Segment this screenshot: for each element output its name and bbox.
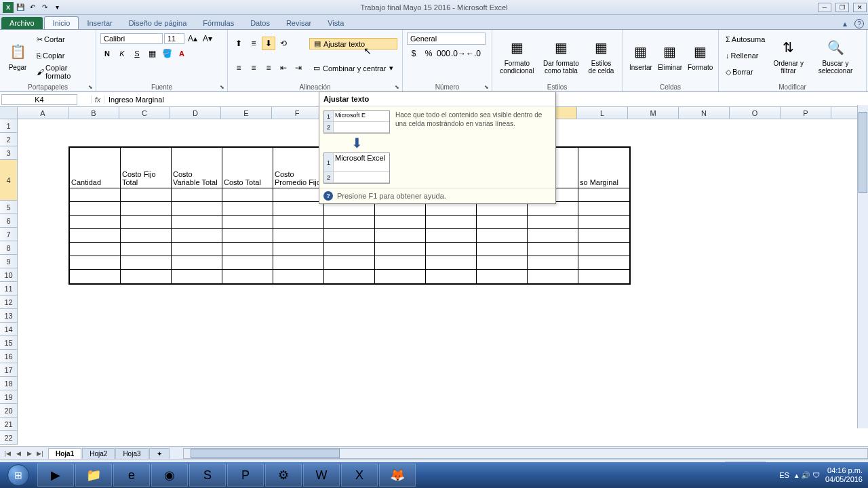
format-table-button[interactable]: ▦Dar formato como tabla: [538, 31, 585, 80]
table-cell[interactable]: [375, 243, 426, 256]
font-name-select[interactable]: [100, 33, 163, 44]
table-cell[interactable]: [375, 229, 426, 243]
col-header[interactable]: B: [68, 107, 119, 119]
comma-icon[interactable]: 000: [437, 47, 450, 60]
sheet-tab[interactable]: Hoja1: [48, 448, 81, 459]
fill-color-icon[interactable]: 🪣: [160, 47, 174, 60]
table-cell[interactable]: [172, 188, 222, 202]
tray-icons[interactable]: ▴ 🔊 🛡: [795, 471, 820, 480]
table-cell[interactable]: [477, 229, 528, 243]
row-header[interactable]: 2: [0, 133, 18, 146]
table-cell[interactable]: [528, 229, 578, 243]
table-cell[interactable]: [172, 229, 222, 243]
table-cell[interactable]: [578, 270, 629, 283]
help-icon[interactable]: ?: [854, 19, 864, 28]
align-center-icon[interactable]: ≡: [247, 61, 260, 75]
row-header[interactable]: 22: [0, 431, 18, 445]
taskbar-app[interactable]: ⚙: [265, 464, 302, 487]
table-cell[interactable]: [222, 256, 273, 270]
undo-icon[interactable]: ↶: [27, 2, 38, 13]
border-icon[interactable]: ▦: [145, 47, 159, 60]
clipboard-launcher-icon[interactable]: ⬊: [86, 83, 94, 91]
table-cell[interactable]: [477, 243, 528, 256]
select-all-corner[interactable]: [0, 107, 18, 119]
decrease-decimal-icon[interactable]: ←.0: [467, 47, 480, 60]
table-cell[interactable]: [426, 256, 477, 270]
col-header[interactable]: M: [628, 107, 679, 119]
bold-icon[interactable]: N: [100, 47, 114, 60]
table-cell[interactable]: [477, 202, 528, 216]
indent-increase-icon[interactable]: ⇥: [292, 61, 305, 75]
table-cell[interactable]: [222, 188, 273, 202]
row-header[interactable]: 4: [0, 160, 18, 201]
wrap-text-button[interactable]: ▤Ajustar texto: [309, 38, 397, 49]
table-cell[interactable]: [222, 270, 273, 283]
align-bottom-icon[interactable]: ⬇: [262, 37, 275, 50]
save-icon[interactable]: 💾: [15, 2, 26, 13]
paste-button[interactable]: 📋 Pegar: [4, 31, 31, 80]
table-cell[interactable]: [375, 216, 426, 229]
taskbar-firefox[interactable]: 🦊: [379, 464, 416, 487]
taskbar-skype[interactable]: S: [189, 464, 226, 487]
table-cell[interactable]: [375, 270, 426, 283]
row-header[interactable]: 14: [0, 323, 18, 336]
table-header-cell[interactable]: so Marginal: [578, 148, 629, 188]
tab-formulas[interactable]: Fórmulas: [195, 17, 242, 29]
table-cell[interactable]: [324, 243, 375, 256]
table-cell[interactable]: [70, 243, 121, 256]
table-cell[interactable]: [528, 256, 578, 270]
taskbar-chrome[interactable]: ◉: [151, 464, 188, 487]
table-cell[interactable]: [222, 229, 273, 243]
row-header[interactable]: 1: [0, 119, 18, 133]
table-cell[interactable]: [578, 216, 629, 229]
table-cell[interactable]: [70, 216, 121, 229]
indent-decrease-icon[interactable]: ⇤: [277, 61, 290, 75]
table-cell[interactable]: [172, 216, 222, 229]
sheet-tab[interactable]: Hoja2: [82, 448, 115, 459]
scrollbar-thumb[interactable]: [191, 449, 340, 458]
table-header-cell[interactable]: Costo Variable Total: [172, 148, 222, 188]
currency-icon[interactable]: $: [407, 47, 420, 60]
restore-button[interactable]: ❐: [835, 3, 849, 12]
tab-data[interactable]: Datos: [242, 17, 278, 29]
sheet-nav-first-icon[interactable]: |◀: [3, 450, 12, 457]
table-cell[interactable]: [121, 243, 172, 256]
number-format-select[interactable]: [407, 33, 486, 45]
taskbar-word[interactable]: W: [303, 464, 340, 487]
row-header[interactable]: 7: [0, 228, 18, 241]
redo-icon[interactable]: ↷: [39, 2, 50, 13]
table-cell[interactable]: [578, 243, 629, 256]
table-header-cell[interactable]: Cantidad: [70, 148, 121, 188]
table-cell[interactable]: [324, 256, 375, 270]
table-cell[interactable]: [426, 202, 477, 216]
table-cell[interactable]: [578, 256, 629, 270]
scrollbar-thumb[interactable]: [859, 112, 867, 193]
table-cell[interactable]: [528, 270, 578, 283]
number-launcher-icon[interactable]: ⬊: [482, 83, 490, 91]
percent-icon[interactable]: %: [422, 47, 435, 60]
table-cell[interactable]: [222, 202, 273, 216]
table-header-cell[interactable]: Costo Fijo Total: [121, 148, 172, 188]
table-cell[interactable]: [273, 216, 324, 229]
table-cell[interactable]: [70, 270, 121, 283]
row-header[interactable]: 9: [0, 255, 18, 268]
row-header[interactable]: 5: [0, 201, 18, 214]
table-cell[interactable]: [222, 216, 273, 229]
table-cell[interactable]: [273, 243, 324, 256]
table-cell[interactable]: [426, 229, 477, 243]
horizontal-scrollbar[interactable]: [183, 448, 868, 459]
clear-button[interactable]: ◇Borrar: [723, 65, 768, 79]
taskbar-ie[interactable]: e: [113, 464, 150, 487]
table-cell[interactable]: [222, 243, 273, 256]
increase-decimal-icon[interactable]: .0→: [452, 47, 465, 60]
sort-filter-button[interactable]: ⇅Ordenar y filtrar: [768, 31, 809, 80]
row-header[interactable]: 21: [0, 418, 18, 431]
row-header[interactable]: 20: [0, 404, 18, 418]
col-header[interactable]: C: [119, 107, 170, 119]
cut-button[interactable]: ✂Cortar: [34, 33, 92, 46]
table-cell[interactable]: [528, 202, 578, 216]
col-header[interactable]: L: [577, 107, 628, 119]
table-cell[interactable]: [70, 256, 121, 270]
delete-cells-button[interactable]: ▦Eliminar: [655, 31, 685, 80]
tab-home[interactable]: Inicio: [44, 16, 79, 29]
